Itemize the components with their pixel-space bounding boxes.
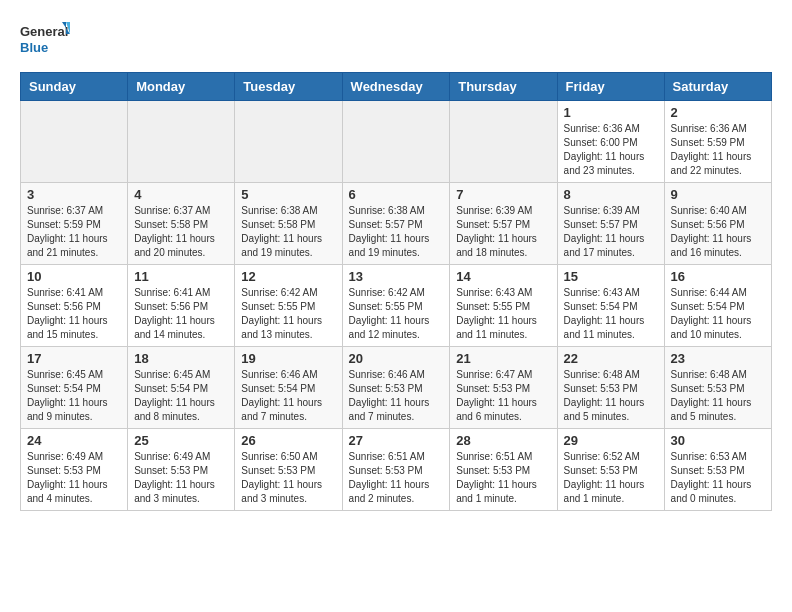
day-number: 9: [671, 187, 765, 202]
day-number: 19: [241, 351, 335, 366]
day-cell: 4Sunrise: 6:37 AM Sunset: 5:58 PM Daylig…: [128, 183, 235, 265]
day-cell: 5Sunrise: 6:38 AM Sunset: 5:58 PM Daylig…: [235, 183, 342, 265]
day-number: 30: [671, 433, 765, 448]
day-info: Sunrise: 6:42 AM Sunset: 5:55 PM Dayligh…: [241, 286, 335, 342]
day-cell: 28Sunrise: 6:51 AM Sunset: 5:53 PM Dayli…: [450, 429, 557, 511]
day-number: 23: [671, 351, 765, 366]
day-cell: [21, 101, 128, 183]
day-info: Sunrise: 6:37 AM Sunset: 5:58 PM Dayligh…: [134, 204, 228, 260]
day-info: Sunrise: 6:37 AM Sunset: 5:59 PM Dayligh…: [27, 204, 121, 260]
day-cell: 7Sunrise: 6:39 AM Sunset: 5:57 PM Daylig…: [450, 183, 557, 265]
week-row-4: 17Sunrise: 6:45 AM Sunset: 5:54 PM Dayli…: [21, 347, 772, 429]
day-cell: 15Sunrise: 6:43 AM Sunset: 5:54 PM Dayli…: [557, 265, 664, 347]
day-info: Sunrise: 6:41 AM Sunset: 5:56 PM Dayligh…: [134, 286, 228, 342]
day-cell: 26Sunrise: 6:50 AM Sunset: 5:53 PM Dayli…: [235, 429, 342, 511]
day-info: Sunrise: 6:39 AM Sunset: 5:57 PM Dayligh…: [564, 204, 658, 260]
day-number: 20: [349, 351, 444, 366]
day-number: 27: [349, 433, 444, 448]
day-cell: 20Sunrise: 6:46 AM Sunset: 5:53 PM Dayli…: [342, 347, 450, 429]
logo: General Blue: [20, 20, 70, 62]
weekday-thursday: Thursday: [450, 73, 557, 101]
day-cell: [342, 101, 450, 183]
day-cell: 17Sunrise: 6:45 AM Sunset: 5:54 PM Dayli…: [21, 347, 128, 429]
day-number: 3: [27, 187, 121, 202]
day-number: 28: [456, 433, 550, 448]
day-info: Sunrise: 6:45 AM Sunset: 5:54 PM Dayligh…: [27, 368, 121, 424]
day-number: 26: [241, 433, 335, 448]
day-number: 24: [27, 433, 121, 448]
day-info: Sunrise: 6:38 AM Sunset: 5:57 PM Dayligh…: [349, 204, 444, 260]
weekday-monday: Monday: [128, 73, 235, 101]
day-number: 2: [671, 105, 765, 120]
day-cell: 11Sunrise: 6:41 AM Sunset: 5:56 PM Dayli…: [128, 265, 235, 347]
week-row-2: 3Sunrise: 6:37 AM Sunset: 5:59 PM Daylig…: [21, 183, 772, 265]
day-number: 1: [564, 105, 658, 120]
day-cell: 25Sunrise: 6:49 AM Sunset: 5:53 PM Dayli…: [128, 429, 235, 511]
day-info: Sunrise: 6:49 AM Sunset: 5:53 PM Dayligh…: [27, 450, 121, 506]
day-cell: 8Sunrise: 6:39 AM Sunset: 5:57 PM Daylig…: [557, 183, 664, 265]
day-cell: 30Sunrise: 6:53 AM Sunset: 5:53 PM Dayli…: [664, 429, 771, 511]
logo-icon: General Blue: [20, 20, 70, 62]
day-info: Sunrise: 6:52 AM Sunset: 5:53 PM Dayligh…: [564, 450, 658, 506]
day-cell: 2Sunrise: 6:36 AM Sunset: 5:59 PM Daylig…: [664, 101, 771, 183]
weekday-wednesday: Wednesday: [342, 73, 450, 101]
day-number: 5: [241, 187, 335, 202]
day-number: 21: [456, 351, 550, 366]
day-number: 18: [134, 351, 228, 366]
day-info: Sunrise: 6:42 AM Sunset: 5:55 PM Dayligh…: [349, 286, 444, 342]
week-row-1: 1Sunrise: 6:36 AM Sunset: 6:00 PM Daylig…: [21, 101, 772, 183]
calendar-table: SundayMondayTuesdayWednesdayThursdayFrid…: [20, 72, 772, 511]
day-info: Sunrise: 6:46 AM Sunset: 5:53 PM Dayligh…: [349, 368, 444, 424]
day-cell: 14Sunrise: 6:43 AM Sunset: 5:55 PM Dayli…: [450, 265, 557, 347]
weekday-tuesday: Tuesday: [235, 73, 342, 101]
day-cell: 13Sunrise: 6:42 AM Sunset: 5:55 PM Dayli…: [342, 265, 450, 347]
day-number: 4: [134, 187, 228, 202]
day-number: 7: [456, 187, 550, 202]
day-cell: 12Sunrise: 6:42 AM Sunset: 5:55 PM Dayli…: [235, 265, 342, 347]
svg-text:General: General: [20, 24, 68, 39]
day-number: 15: [564, 269, 658, 284]
day-number: 29: [564, 433, 658, 448]
day-info: Sunrise: 6:43 AM Sunset: 5:54 PM Dayligh…: [564, 286, 658, 342]
weekday-friday: Friday: [557, 73, 664, 101]
day-number: 10: [27, 269, 121, 284]
week-row-5: 24Sunrise: 6:49 AM Sunset: 5:53 PM Dayli…: [21, 429, 772, 511]
day-number: 6: [349, 187, 444, 202]
day-info: Sunrise: 6:40 AM Sunset: 5:56 PM Dayligh…: [671, 204, 765, 260]
day-number: 22: [564, 351, 658, 366]
day-cell: 16Sunrise: 6:44 AM Sunset: 5:54 PM Dayli…: [664, 265, 771, 347]
day-number: 8: [564, 187, 658, 202]
day-info: Sunrise: 6:43 AM Sunset: 5:55 PM Dayligh…: [456, 286, 550, 342]
day-info: Sunrise: 6:51 AM Sunset: 5:53 PM Dayligh…: [456, 450, 550, 506]
day-cell: 10Sunrise: 6:41 AM Sunset: 5:56 PM Dayli…: [21, 265, 128, 347]
weekday-saturday: Saturday: [664, 73, 771, 101]
day-number: 16: [671, 269, 765, 284]
day-cell: 6Sunrise: 6:38 AM Sunset: 5:57 PM Daylig…: [342, 183, 450, 265]
day-info: Sunrise: 6:36 AM Sunset: 6:00 PM Dayligh…: [564, 122, 658, 178]
day-info: Sunrise: 6:51 AM Sunset: 5:53 PM Dayligh…: [349, 450, 444, 506]
day-number: 14: [456, 269, 550, 284]
day-cell: [235, 101, 342, 183]
day-info: Sunrise: 6:44 AM Sunset: 5:54 PM Dayligh…: [671, 286, 765, 342]
day-info: Sunrise: 6:47 AM Sunset: 5:53 PM Dayligh…: [456, 368, 550, 424]
day-info: Sunrise: 6:39 AM Sunset: 5:57 PM Dayligh…: [456, 204, 550, 260]
day-cell: 27Sunrise: 6:51 AM Sunset: 5:53 PM Dayli…: [342, 429, 450, 511]
day-number: 11: [134, 269, 228, 284]
day-info: Sunrise: 6:48 AM Sunset: 5:53 PM Dayligh…: [671, 368, 765, 424]
day-cell: [450, 101, 557, 183]
day-info: Sunrise: 6:41 AM Sunset: 5:56 PM Dayligh…: [27, 286, 121, 342]
day-cell: 1Sunrise: 6:36 AM Sunset: 6:00 PM Daylig…: [557, 101, 664, 183]
day-cell: 19Sunrise: 6:46 AM Sunset: 5:54 PM Dayli…: [235, 347, 342, 429]
day-cell: 29Sunrise: 6:52 AM Sunset: 5:53 PM Dayli…: [557, 429, 664, 511]
day-info: Sunrise: 6:49 AM Sunset: 5:53 PM Dayligh…: [134, 450, 228, 506]
day-cell: 22Sunrise: 6:48 AM Sunset: 5:53 PM Dayli…: [557, 347, 664, 429]
day-cell: 23Sunrise: 6:48 AM Sunset: 5:53 PM Dayli…: [664, 347, 771, 429]
day-number: 25: [134, 433, 228, 448]
day-number: 13: [349, 269, 444, 284]
page-header: General Blue: [20, 20, 772, 62]
day-cell: 21Sunrise: 6:47 AM Sunset: 5:53 PM Dayli…: [450, 347, 557, 429]
svg-text:Blue: Blue: [20, 40, 48, 55]
day-info: Sunrise: 6:50 AM Sunset: 5:53 PM Dayligh…: [241, 450, 335, 506]
week-row-3: 10Sunrise: 6:41 AM Sunset: 5:56 PM Dayli…: [21, 265, 772, 347]
day-info: Sunrise: 6:46 AM Sunset: 5:54 PM Dayligh…: [241, 368, 335, 424]
